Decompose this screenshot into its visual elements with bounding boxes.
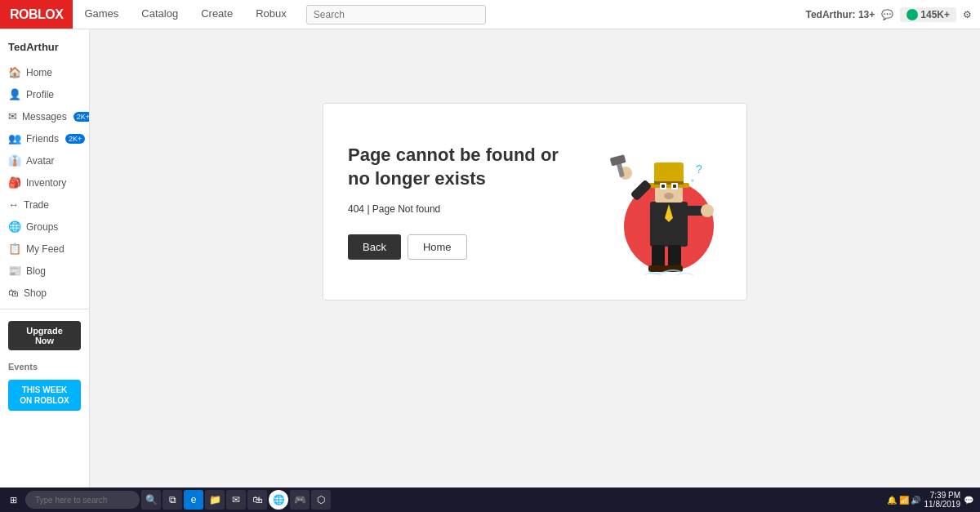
page-wrapper: TedArthur 🏠 Home 👤 Profile ✉ Messages 2K…: [0, 29, 980, 512]
nav-username: TedArthur: 13+: [806, 9, 875, 20]
back-button[interactable]: Back: [348, 234, 401, 260]
taskbar-store-icon[interactable]: 🛍: [247, 490, 267, 510]
robux-icon: [906, 9, 918, 20]
sidebar-item-trade[interactable]: ↔ Trade: [0, 194, 89, 216]
taskbar-explorer-icon[interactable]: 📁: [205, 490, 225, 510]
sidebar-label-messages: Messages: [22, 111, 67, 122]
friends-icon: 👥: [8, 132, 21, 145]
nav-catalog[interactable]: Catalog: [130, 0, 189, 29]
taskbar-tray-icons: 🔔 📶 🔊: [887, 496, 921, 505]
robux-amount: 145K+: [920, 9, 950, 20]
error-text: Page cannot be found or no longer exists…: [348, 144, 583, 260]
avatar-icon: 👔: [8, 154, 21, 167]
taskbar-clock: 7:39 PM 11/8/2019: [924, 491, 961, 509]
profile-icon: 👤: [8, 88, 21, 100]
robux-balance[interactable]: 145K+: [900, 7, 956, 22]
taskbar-search-input[interactable]: [25, 491, 140, 509]
svg-rect-15: [610, 154, 626, 166]
sidebar-item-messages[interactable]: ✉ Messages 2K+: [0, 105, 89, 127]
svg-rect-5: [654, 163, 684, 184]
sidebar-item-blog[interactable]: 📰 Blog: [0, 260, 89, 282]
sidebar-item-friends[interactable]: 👥 Friends 2K+: [0, 127, 89, 149]
chat-icon[interactable]: 💬: [881, 9, 893, 20]
taskbar-cortana-icon[interactable]: 🔍: [141, 490, 161, 510]
search-container: [306, 5, 798, 24]
upgrade-now-button[interactable]: Upgrade Now: [8, 321, 81, 350]
sidebar-divider: [0, 309, 89, 309]
this-week-button[interactable]: THIS WEEK ON ROBLOX: [8, 380, 81, 411]
events-label: Events: [0, 357, 89, 376]
taskbar-blender-icon[interactable]: ⬡: [311, 490, 331, 510]
this-week-line1: THIS WEEK: [22, 385, 68, 394]
taskbar-task-view-icon[interactable]: ⧉: [163, 490, 182, 510]
error-card: Page cannot be found or no longer exists…: [323, 103, 747, 301]
sidebar-label-inventory: Inventory: [26, 177, 66, 189]
friends-badge: 2K+: [65, 134, 85, 144]
sidebar-label-blog: Blog: [26, 265, 46, 277]
sidebar-label-avatar: Avatar: [26, 155, 54, 167]
error-code-number: 404: [348, 203, 364, 215]
this-week-line2: ON ROBLOX: [20, 396, 69, 405]
sidebar-username: TedArthur: [0, 36, 89, 61]
sidebar: TedArthur 🏠 Home 👤 Profile ✉ Messages 2K…: [0, 29, 90, 512]
groups-icon: 🌐: [8, 220, 21, 233]
svg-rect-6: [654, 181, 684, 185]
sidebar-item-avatar[interactable]: 👔 Avatar: [0, 149, 89, 171]
nav-links: Games Catalog Create Robux: [73, 0, 297, 29]
sidebar-label-friends: Friends: [26, 133, 59, 145]
sidebar-label-trade: Trade: [24, 199, 49, 211]
taskbar-time-display: 7:39 PM: [924, 491, 961, 500]
shop-icon: 🛍: [8, 287, 19, 299]
myfeed-icon: 📋: [8, 243, 21, 255]
sidebar-item-home[interactable]: 🏠 Home: [0, 61, 89, 83]
sidebar-label-shop: Shop: [24, 287, 47, 299]
home-icon: 🏠: [8, 66, 21, 78]
sidebar-item-groups[interactable]: 🌐 Groups: [0, 216, 89, 238]
settings-icon[interactable]: ⚙: [963, 9, 972, 20]
messages-icon: ✉: [8, 110, 17, 122]
trade-icon: ↔: [8, 198, 19, 211]
nav-games[interactable]: Games: [73, 0, 130, 29]
svg-text:?: ?: [696, 163, 702, 176]
inventory-icon: 🎒: [8, 176, 21, 189]
sidebar-item-profile[interactable]: 👤 Profile: [0, 83, 89, 105]
nav-robux[interactable]: Robux: [244, 0, 298, 29]
sidebar-item-inventory[interactable]: 🎒 Inventory: [0, 171, 89, 194]
sidebar-label-groups: Groups: [26, 221, 58, 233]
taskbar-date-display: 11/8/2019: [924, 500, 961, 509]
error-code: 404 | Page Not found: [348, 203, 583, 215]
sidebar-label-profile: Profile: [26, 89, 54, 100]
nav-right: TedArthur: 13+ 💬 145K+ ⚙: [806, 7, 981, 22]
svg-text:*: *: [691, 178, 694, 187]
svg-point-17: [701, 204, 714, 217]
svg-rect-10: [673, 185, 676, 188]
search-input[interactable]: [306, 5, 486, 24]
blog-icon: 📰: [8, 265, 21, 277]
notification-center-icon[interactable]: 💬: [964, 496, 973, 505]
error-character: ? *: [608, 128, 722, 275]
taskbar-chrome-icon[interactable]: 🌐: [269, 490, 288, 510]
taskbar: ⊞ 🔍 ⧉ e 📁 ✉ 🛍 🌐 🎮 ⬡ 🔔 📶 🔊 7:39 PM 11/8/2…: [0, 488, 980, 512]
main-content: Page cannot be found or no longer exists…: [90, 29, 980, 512]
sidebar-item-myfeed[interactable]: 📋 My Feed: [0, 238, 89, 260]
svg-point-11: [664, 193, 674, 199]
taskbar-mail-icon[interactable]: ✉: [226, 490, 246, 510]
sidebar-item-shop[interactable]: 🛍 Shop: [0, 282, 89, 304]
messages-badge: 2K+: [74, 112, 90, 122]
error-message: Page Not found: [372, 203, 440, 215]
start-button[interactable]: ⊞: [3, 488, 24, 512]
taskbar-right: 🔔 📶 🔊 7:39 PM 11/8/2019 💬: [887, 491, 977, 509]
home-button[interactable]: Home: [408, 234, 467, 260]
sidebar-label-home: Home: [26, 67, 52, 78]
nav-create[interactable]: Create: [189, 0, 244, 29]
character-svg: ? *: [608, 128, 722, 275]
top-navigation: ROBLOX Games Catalog Create Robux TedArt…: [0, 0, 980, 29]
taskbar-steam-icon[interactable]: 🎮: [290, 490, 310, 510]
svg-rect-18: [652, 245, 665, 268]
svg-rect-20: [648, 265, 666, 272]
error-title: Page cannot be found or no longer exists: [348, 144, 583, 190]
error-buttons: Back Home: [348, 234, 583, 260]
taskbar-edge-icon[interactable]: e: [184, 490, 203, 510]
roblox-logo[interactable]: ROBLOX: [0, 0, 73, 29]
svg-rect-9: [662, 185, 665, 188]
